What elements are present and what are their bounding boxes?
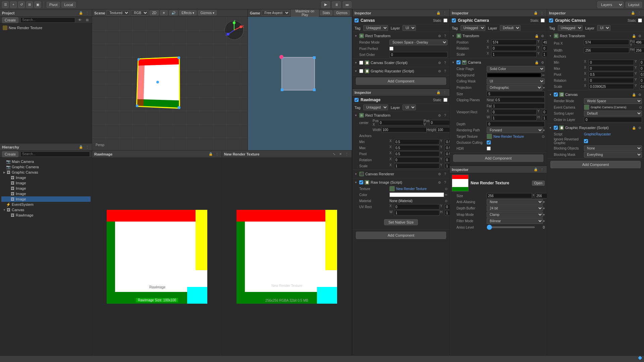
comp-info-icon[interactable]: ? — [443, 69, 447, 73]
canvas-layer-dropdown[interactable]: UI — [402, 25, 416, 31]
scene-2d-button[interactable]: 2D — [150, 10, 159, 15]
project-lock-icon[interactable]: 🔒 — [78, 10, 84, 16]
gc-width[interactable] — [584, 48, 629, 53]
comp-lock-icon[interactable]: 🔒 — [534, 34, 539, 38]
rt-menu-icon[interactable]: ⋮ — [344, 152, 350, 157]
comp-info-icon[interactable]: ? — [443, 113, 447, 118]
rt-insp-lock-icon[interactable]: 🔒 — [533, 167, 538, 172]
menu-icon[interactable]: ☰ — [2, 1, 9, 8]
rot-x-input[interactable] — [394, 157, 439, 163]
comp-info-icon[interactable]: ? — [443, 180, 447, 185]
hier-arrow[interactable] — [7, 214, 10, 217]
depth-input[interactable] — [487, 121, 545, 127]
hier-lock-icon[interactable]: 🔒 — [78, 144, 84, 150]
rt-aniso-slider[interactable] — [487, 227, 535, 228]
rect-icon[interactable]: ▣ — [34, 1, 41, 8]
gc-insp-menu-icon[interactable]: ⋮ — [637, 10, 642, 16]
cam-pos-y[interactable] — [542, 40, 547, 45]
gc-gr-mask-dropdown[interactable]: Everything — [584, 152, 642, 158]
raw-image-script-header[interactable]: ▼ 📋 Raw Image (Script) ⚙ ? — [353, 179, 449, 186]
rt-insp-menu-icon[interactable]: ⋮ — [539, 167, 545, 172]
rt-size-y-input[interactable] — [535, 193, 547, 198]
uv-h-input[interactable] — [445, 210, 449, 216]
hier-arrow[interactable] — [7, 192, 10, 195]
preview-menu-icon[interactable]: ⋮ — [214, 152, 220, 157]
gc-pivot-x[interactable] — [589, 72, 634, 77]
rt-aa-dropdown[interactable]: None — [487, 199, 543, 205]
max-y-input[interactable] — [445, 145, 449, 150]
gc-event-camera-select[interactable]: ⊙ — [639, 105, 642, 110]
material-select-icon[interactable]: ⊙ — [445, 199, 447, 203]
canvas-insp-lock-icon[interactable]: 🔒 — [436, 10, 441, 16]
rawimage-active-checkbox[interactable] — [355, 98, 359, 102]
hier-arrow[interactable] — [7, 181, 10, 185]
list-item[interactable]: 📷 Main Camera — [1, 159, 91, 164]
rawimage-layer-dropdown[interactable]: UI — [402, 105, 416, 110]
comp-lock-icon[interactable]: 🔒 — [534, 60, 539, 65]
gc-height[interactable] — [635, 48, 644, 53]
rt-wrap-arrow[interactable]: ▾ — [543, 213, 545, 217]
gc-order-in-layer-input[interactable] — [584, 117, 642, 122]
hier-arrow[interactable] — [3, 165, 6, 169]
cam-rot-y[interactable] — [542, 46, 547, 51]
list-item[interactable]: ⚡ EventSystem — [1, 202, 91, 207]
maximize-on-play-button[interactable]: Maximize on Play — [291, 9, 319, 17]
rotate-icon[interactable]: ↺ — [18, 1, 25, 8]
hdr-checkbox[interactable] — [487, 146, 491, 150]
min-x-input[interactable] — [394, 139, 439, 144]
canvas-tag-dropdown[interactable]: Untagged — [363, 25, 388, 31]
canvas-scaler-header[interactable]: ▼ 📋 Canvas Scaler (Script) ⚙ ? — [353, 59, 449, 66]
canvas-add-component-button[interactable]: Add Component — [356, 77, 446, 85]
scene-audio-button[interactable]: 🔊 — [169, 10, 178, 15]
gc-gr-blocking-dropdown[interactable]: None — [584, 145, 642, 151]
list-item[interactable]: 🖼 Image — [1, 196, 91, 202]
canvas-rect-transform-header[interactable]: ▼ ⊞ Rect Transform ⚙ ? — [353, 33, 449, 39]
camera-layer-dropdown[interactable]: Default — [500, 25, 521, 31]
pos-y-input[interactable] — [429, 120, 449, 125]
comp-settings-icon[interactable]: ⚙ — [437, 60, 442, 65]
rt-size-x-input[interactable] — [487, 193, 532, 198]
vp-x[interactable] — [491, 109, 537, 115]
pos-x-input[interactable] — [378, 120, 424, 125]
list-item[interactable]: 🖼 Image — [1, 186, 91, 191]
project-eye-icon[interactable]: 👁 — [77, 17, 83, 23]
gc-min-x[interactable] — [589, 60, 634, 65]
layout-button[interactable]: Layout — [626, 2, 642, 8]
canvas-static-checkbox[interactable] — [443, 18, 447, 22]
comp-settings-icon[interactable]: ⚙ — [437, 34, 442, 38]
scene-color-mode[interactable]: RGB — [131, 10, 148, 16]
gc-layer-dropdown[interactable]: UI — [597, 25, 610, 31]
comp-settings-icon[interactable]: ⚙ — [437, 172, 442, 176]
rt-close-icon[interactable]: ✕ — [338, 152, 343, 157]
rt-wrap-dropdown[interactable]: Clamp — [487, 212, 543, 218]
comp-lock-icon[interactable]: 🔒 — [632, 92, 636, 97]
hier-arrow[interactable] — [7, 187, 10, 190]
cam-scale-x[interactable] — [491, 52, 537, 57]
gc-pos-y[interactable] — [635, 40, 644, 45]
gc-scale-x[interactable] — [589, 84, 634, 89]
sort-order-input[interactable] — [389, 52, 447, 57]
background-color-swatch[interactable] — [487, 73, 541, 77]
comp-settings-icon[interactable]: ⚙ — [637, 92, 642, 97]
camera-static-checkbox[interactable] — [541, 18, 545, 22]
rt-resize-icon[interactable]: ⤡ — [331, 152, 337, 157]
preview-lock-icon[interactable]: 🔒 — [208, 152, 213, 157]
uv-w-input[interactable] — [394, 210, 439, 216]
game-aspect[interactable]: Free Aspect — [262, 10, 290, 16]
game-gizmos-button[interactable]: Gizmos — [334, 10, 350, 15]
max-x-input[interactable] — [394, 145, 439, 150]
hier-menu-icon[interactable]: ⋮ — [85, 144, 90, 150]
rawimage-tag-dropdown[interactable]: Untagged — [363, 105, 388, 110]
set-native-size-button[interactable]: Set Native Size — [384, 219, 418, 225]
far-input[interactable] — [492, 103, 545, 109]
cam-rot-x[interactable] — [491, 46, 537, 51]
gc-max-x[interactable] — [589, 66, 634, 71]
rt-depth-dropdown[interactable]: 24 bit — [487, 205, 543, 211]
comp-info-icon[interactable]: ? — [443, 60, 447, 65]
color-eyedropper-icon[interactable]: ✏ — [445, 193, 447, 197]
list-item[interactable]: 🖼 Image — [1, 191, 91, 196]
play-button[interactable]: ▶ — [321, 1, 330, 8]
project-create-button[interactable]: Create — [2, 17, 18, 23]
rt-aa-arrow[interactable]: ▾ — [543, 200, 545, 204]
stats-button[interactable]: Stats — [320, 10, 332, 15]
